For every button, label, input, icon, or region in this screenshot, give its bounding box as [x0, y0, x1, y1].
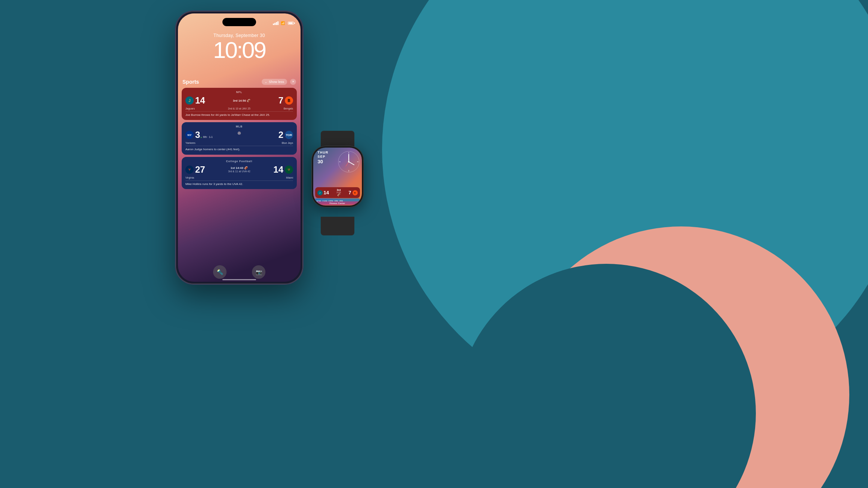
signal-bars — [273, 21, 278, 25]
watch-game-info: 3rd 14:50 🏈 — [336, 189, 341, 197]
yankees-name: Yankees — [185, 142, 196, 144]
mlb-game-info: ⚾ ▲ 6th · 1-1 — [200, 132, 278, 138]
college-game-info: 1st 14:43 🏈 3rd & 11 at UVA 42 — [205, 166, 274, 173]
watch-day: THUR — [318, 151, 329, 154]
jaguars-logo: J — [185, 96, 194, 105]
status-icons: 📶 — [273, 21, 294, 25]
watch-body: THUR SEP 30 — [311, 146, 364, 207]
watch-clock — [338, 151, 358, 171]
college-situation: 3rd & 11 at UVA 42 — [205, 170, 274, 173]
bluejays-logo: TOR — [285, 131, 293, 139]
miami-logo: U — [285, 166, 293, 174]
watch-nfl-card: J 14 3rd 14:50 🏈 7 B — [315, 187, 360, 198]
college-team-names: Virginia Miami — [185, 176, 293, 179]
signal-bar-4 — [277, 21, 278, 25]
college-game-card[interactable]: College Football V 27 1st 14:43 🏈 3rd & … — [182, 157, 297, 189]
miami-name: Miami — [286, 176, 293, 179]
battery-fill — [289, 22, 293, 24]
watch-period: 3rd — [336, 189, 341, 191]
nfl-league-label: NFL — [185, 91, 293, 93]
inning-label: 6th · 1-1 — [203, 136, 213, 138]
show-less-label: Show less — [269, 80, 284, 84]
miami-score: 14 — [273, 164, 283, 175]
notification-area: Sports ⌄ Show less ✕ NFL J 1 — [182, 79, 297, 259]
nfl-play-description: Joe Burrow throws for 44 yards to Ja'Mar… — [185, 111, 293, 117]
watch-bengals-logo: B — [353, 190, 358, 195]
yankees-score: 3 — [195, 130, 200, 140]
signal-bar-1 — [273, 24, 274, 25]
svg-line-3 — [346, 162, 349, 166]
college-play-description: Mike Hollins runs for 3 yards to the UVA… — [185, 180, 293, 186]
show-less-button[interactable]: ⌄ Show less — [262, 79, 287, 85]
sports-title: Sports — [182, 79, 199, 85]
close-button[interactable]: ✕ — [290, 79, 296, 85]
nfl-team1: J 14 — [185, 95, 205, 106]
fitness-center-label: Fitness Center — [330, 202, 345, 204]
apple-watch: THUR SEP 30 — [307, 146, 368, 220]
sports-header: Sports ⌄ Show less ✕ — [182, 79, 297, 85]
signal-bar-3 — [276, 22, 277, 25]
watch-clock-svg — [338, 151, 360, 173]
nfl-game-card[interactable]: NFL J 14 3rd 14:50 🏈 7 B Jaguars — [182, 88, 297, 120]
bluejays-score: 2 — [278, 130, 283, 140]
bengals-score: 7 — [278, 95, 283, 106]
college-scores: V 27 1st 14:43 🏈 3rd & 11 at UVA 42 14 U — [185, 164, 293, 175]
battery-icon — [288, 22, 294, 25]
mlb-team2: 2 TOR — [278, 130, 293, 140]
signal-bar-2 — [274, 23, 276, 25]
mlb-team1: NY 3 — [185, 130, 200, 140]
college-team1: V 27 — [185, 164, 205, 175]
mlb-inning: ▲ 6th · 1-1 — [200, 136, 278, 138]
watch-date: 30 — [318, 159, 323, 164]
watch-football-icon: 🏈 — [336, 194, 341, 197]
dynamic-island — [222, 18, 256, 26]
chevron-down-icon: ⌄ — [265, 80, 267, 84]
virginia-name: Virginia — [185, 176, 194, 179]
nfl-team-names: Jaguars 2nd & 10 at JAX 25 Bengals — [185, 107, 293, 110]
virginia-score: 27 — [195, 164, 205, 175]
watch-jaguars-score: 14 — [324, 190, 329, 195]
watch-month: SEP — [318, 155, 326, 158]
watch-crown — [363, 163, 364, 171]
college-league-label: College Football — [185, 160, 293, 163]
nfl-scores: J 14 3rd 14:50 🏈 7 B — [185, 95, 293, 106]
svg-point-4 — [348, 161, 350, 163]
mlb-scores: NY 3 ⚾ ▲ 6th · 1-1 2 TOR — [185, 130, 293, 140]
watch-bengals-score: 7 — [348, 190, 351, 195]
camera-button[interactable]: 📷 — [252, 265, 265, 279]
iphone-screen: 📶 Thursday, September 30 10:09 Sports ⌄ … — [178, 13, 301, 282]
inning-arrow: ▲ — [200, 136, 202, 138]
mlb-team-names: Yankees Blue Jays — [185, 142, 293, 144]
mlb-play-description: Aaron Judge homers to center (441 feet). — [185, 146, 293, 151]
home-bar — [222, 279, 256, 280]
flashlight-button[interactable]: 🔦 — [213, 265, 227, 279]
bengals-name: Bengals — [284, 107, 293, 110]
mlb-league-label: MLB — [185, 125, 293, 128]
wifi-icon: 📶 — [281, 21, 285, 25]
mlb-game-card[interactable]: MLB NY 3 ⚾ ▲ 6th · 1-1 2 — [182, 122, 297, 154]
svg-line-2 — [349, 162, 354, 165]
fitness-strip: Fitness Center — [315, 201, 360, 205]
virginia-logo: V — [185, 166, 194, 174]
nfl-game-info: 3rd 14:50 🏈 — [205, 99, 278, 102]
watch-jaguars-logo: J — [317, 190, 323, 195]
jaguars-score: 14 — [195, 95, 205, 106]
close-icon: ✕ — [292, 80, 295, 83]
bengals-logo: B — [285, 96, 293, 105]
bluejays-name: Blue Jays — [282, 142, 293, 144]
college-team2: 14 U — [273, 164, 293, 175]
nfl-period: 3rd 14:50 🏈 — [205, 99, 278, 102]
watch-screen: THUR SEP 30 — [313, 148, 362, 206]
nfl-team2: 7 B — [278, 95, 293, 106]
jaguars-name: Jaguars — [185, 107, 195, 110]
camera-icon: 📷 — [256, 269, 262, 275]
watch-nfl-scores: J 14 3rd 14:50 🏈 7 B — [317, 189, 358, 197]
yankees-logo: NY — [185, 131, 194, 139]
flashlight-icon: 🔦 — [217, 269, 223, 275]
iphone-bottom-controls: 🔦 📷 — [178, 265, 301, 279]
nfl-situation: 2nd & 10 at JAX 25 — [228, 107, 250, 110]
college-period: 1st 14:43 🏈 — [205, 166, 274, 170]
lock-time: 10:09 — [178, 37, 301, 63]
watch-band-bottom — [321, 217, 354, 235]
iphone: 📶 Thursday, September 30 10:09 Sports ⌄ … — [176, 11, 303, 284]
